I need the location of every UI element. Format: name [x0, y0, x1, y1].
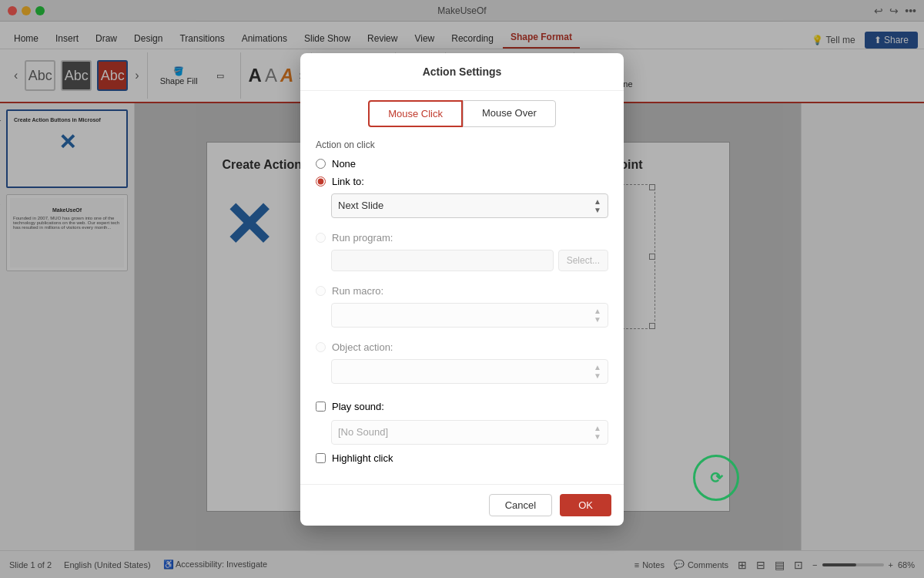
macro-select: ▲▼	[331, 303, 608, 328]
radio-none-label: None	[332, 158, 356, 170]
radio-run-program-row: Run program:	[316, 232, 608, 244]
radio-object-action-label: Object action:	[332, 341, 393, 353]
play-sound-row: Play sound:	[316, 401, 608, 412]
highlight-click-label: Highlight click	[332, 452, 393, 464]
sound-value: [No Sound]	[338, 426, 594, 438]
tab-mouse-over[interactable]: Mouse Over	[463, 100, 556, 127]
sound-arrows: ▲▼	[594, 424, 601, 441]
tab-mouse-click[interactable]: Mouse Click	[368, 100, 463, 127]
action-radio-group: None Link to: Next Slide ▲▼ Run program:	[316, 158, 608, 391]
radio-link-label: Link to:	[332, 176, 364, 187]
radio-run-macro[interactable]	[316, 286, 326, 296]
radio-none[interactable]	[316, 159, 326, 169]
action-settings-dialog: Action Settings Mouse Click Mouse Over A…	[300, 53, 624, 526]
sound-select[interactable]: [No Sound] ▲▼	[331, 420, 608, 445]
logo-icon: ⟳	[710, 469, 723, 487]
run-program-select-button[interactable]: Select...	[558, 250, 608, 271]
select-arrows: ▲▼	[594, 197, 601, 214]
radio-macro-row: Run macro:	[316, 285, 608, 297]
highlight-click-row: Highlight click	[316, 452, 608, 464]
makeuseOf-logo: ⟳	[693, 455, 739, 501]
macro-arrows: ▲▼	[594, 307, 601, 324]
radio-object-action-row: Object action:	[316, 341, 608, 353]
highlight-click-checkbox[interactable]	[316, 453, 326, 463]
radio-run-program-label: Run program:	[332, 232, 393, 244]
radio-run-macro-label: Run macro:	[332, 285, 383, 297]
action-on-click-label: Action on click	[316, 139, 608, 150]
dialog-body: Action on click None Link to: Next Slide…	[300, 127, 624, 484]
radio-link-to[interactable]	[316, 176, 326, 187]
dialog-tabs: Mouse Click Mouse Over	[300, 91, 624, 127]
play-sound-checkbox[interactable]	[316, 402, 326, 412]
dialog-footer: Cancel OK	[300, 484, 624, 526]
radio-run-program[interactable]	[316, 233, 326, 243]
link-to-select[interactable]: Next Slide ▲▼	[331, 193, 608, 218]
dialog-title: Action Settings	[300, 53, 624, 91]
object-action-select: ▲▼	[331, 359, 608, 384]
ok-button[interactable]: OK	[560, 494, 611, 516]
run-program-row: Select...	[331, 250, 608, 271]
run-program-input[interactable]	[331, 250, 554, 271]
dialog-overlay: Action Settings Mouse Click Mouse Over A…	[0, 0, 924, 578]
radio-link-row: Link to:	[316, 176, 608, 187]
link-to-value: Next Slide	[338, 200, 594, 211]
radio-object-action[interactable]	[316, 342, 326, 352]
play-sound-label: Play sound:	[332, 401, 384, 412]
radio-none-row: None	[316, 158, 608, 170]
object-action-arrows: ▲▼	[594, 363, 601, 380]
cancel-button[interactable]: Cancel	[489, 494, 552, 516]
